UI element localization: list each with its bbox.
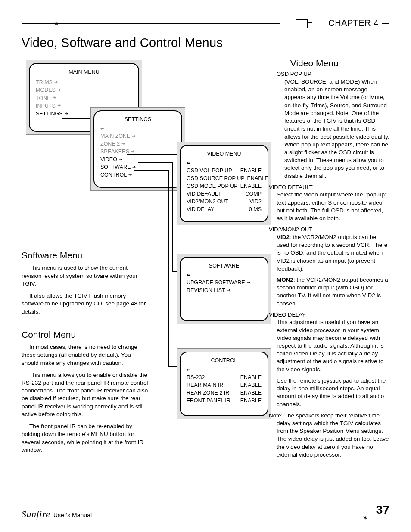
- control-p3: The front panel IR can be re-enabled by …: [22, 423, 149, 454]
- desc-viddef: Select the video output where the "pop-u…: [277, 191, 389, 222]
- chapter-box-icon: [296, 19, 308, 28]
- video-menu-heading: Video Menu: [290, 58, 339, 68]
- video-menu-screen: VIDEO MENU ⬅ OSD VOL POP UPENABLE OSD SO…: [177, 142, 271, 225]
- video-row: OSD VOL POP UPENABLE: [187, 167, 262, 174]
- control-row: REAR ZONE 2 IRENABLE: [187, 389, 262, 397]
- page-title: Video, Software and Control Menus: [22, 34, 389, 51]
- control-menu-heading: Control Menu: [22, 329, 149, 341]
- desc-vid2b: MON2: the VCR2/MON2 output becomes a sec…: [277, 276, 389, 308]
- software-screen-title: SOFTWARE: [187, 262, 262, 270]
- term-vid2: VID2/MON2 OUT: [269, 226, 389, 233]
- header-rule: ✶ CHAPTER 4: [22, 17, 389, 30]
- left-column: Software Menu This menu is used to show …: [22, 56, 149, 458]
- desc-osd: (VOL, SOURCE, and MODE) When enabled, an…: [284, 78, 389, 180]
- desc-vid2a: VID2: the VCR2/MON2 outputs can be used …: [277, 233, 389, 273]
- control-p1: In most cases, there is no need to chang…: [22, 343, 149, 367]
- video-row: VID2/MON2 OUTVID2: [187, 198, 262, 205]
- software-menu-heading: Software Menu: [22, 249, 149, 261]
- software-p1: This menu is used to show the current re…: [22, 264, 149, 288]
- chapter-label: CHAPTER 4: [328, 17, 379, 29]
- video-row: OSD SOURCE POP UPENABLE: [187, 174, 262, 182]
- control-screen: CONTROL ⬅ RS-232ENABLE REAR MAIN IRENABL…: [177, 348, 271, 419]
- arrow-right-icon: ➔: [247, 280, 250, 286]
- right-column: Video Menu OSD POP UP (VOL, SOURCE, and …: [269, 56, 389, 462]
- note: Note: The speakers keep their relative t…: [269, 412, 389, 459]
- desc-delay2: Use the remote's joystick pad to adjust …: [277, 377, 389, 408]
- control-p2: This menu allows you to enable or disabl…: [22, 371, 149, 418]
- footer-label: User's Manual: [53, 512, 92, 519]
- software-row: REVISION LIST➔: [187, 286, 262, 294]
- video-row: OSD MODE POP UPENABLE: [187, 182, 262, 190]
- control-row: REAR MAIN IRENABLE: [187, 381, 262, 389]
- control-screen-title: CONTROL: [187, 357, 262, 364]
- desc-delay1: This adjustment is useful if you have an…: [277, 318, 389, 373]
- brand-logo: Sunfire: [22, 509, 50, 520]
- footer: Sunfire User's Manual ✶ 37: [22, 508, 389, 525]
- term-delay: VIDEO DELAY: [269, 311, 389, 319]
- control-row: RS-232ENABLE: [187, 373, 262, 381]
- term-viddef: VIDEO DEFAULT: [269, 184, 389, 191]
- crop-mark-star-icon: ✶: [54, 20, 59, 28]
- term-osd: OSD POP UP: [277, 70, 389, 78]
- page-number: 37: [376, 502, 389, 518]
- software-screen: SOFTWARE ⬅ UPGRADE SOFTWARE➔ REVISION LI…: [177, 254, 271, 324]
- crop-mark-star-icon: ✶: [363, 514, 368, 522]
- software-row: UPGRADE SOFTWARE➔: [187, 279, 262, 286]
- control-row: FRONT PANEL IRENABLE: [187, 397, 262, 404]
- arrow-right-icon: ➔: [227, 287, 230, 294]
- software-p2: It also allows the TGIV Flash memory sof…: [22, 292, 149, 316]
- video-row: VID DELAY0 MS: [187, 205, 262, 213]
- video-row: VID DEFAULTCOMP: [187, 190, 262, 198]
- video-menu-title: VIDEO MENU: [187, 150, 262, 158]
